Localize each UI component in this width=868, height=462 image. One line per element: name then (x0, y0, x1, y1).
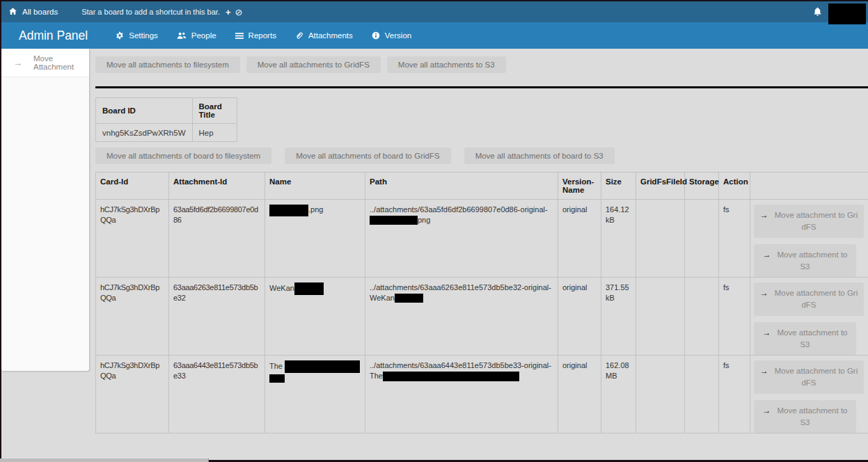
cell-card-id: hCJ7kSg3hDXrBpQQa (96, 200, 169, 278)
table-row: hCJ7kSg3hDXrBpQQa 63aa5fd6df2b6699807e0d… (96, 200, 868, 278)
move-all-to-s3-button[interactable]: Move all attachments to S3 (387, 56, 506, 73)
arrow-right-icon: → (763, 250, 771, 260)
cell-attachment-id: 63aaa6443e811e573db5be33 (169, 356, 265, 433)
menu-item-label: Version (385, 31, 411, 40)
cell-gridfsfileid (636, 356, 685, 433)
cell-action: fs (719, 200, 750, 278)
cell-version-name: original (558, 278, 601, 356)
path-line-2: WeKan (370, 293, 553, 303)
horizontal-scrollbar-thumb[interactable] (0, 459, 209, 462)
move-all-to-gridfs-button[interactable]: Move all attachments to GridFS (246, 56, 381, 73)
divider (95, 86, 868, 88)
move-icon[interactable]: + (226, 7, 231, 17)
path-line-1: ../attachments/63aaa6263e811e573db5be32-… (370, 282, 553, 293)
cell-name: The (265, 356, 365, 433)
menu-item-people[interactable]: People (177, 31, 216, 40)
column-header-size: Size (601, 173, 636, 200)
column-header-board-title: Board Title (192, 98, 237, 124)
redaction-box (269, 374, 285, 383)
home-icon (8, 7, 17, 17)
cell-attachment-id: 63aaa6263e811e573db5be32 (169, 278, 265, 356)
cell-name: .png (265, 200, 365, 278)
redaction-box (294, 282, 324, 295)
info-icon (372, 31, 380, 40)
all-boards-link[interactable]: All boards (8, 7, 58, 17)
board-table-header-row: Board ID Board Title (96, 98, 237, 124)
cell-action: fs (719, 356, 750, 433)
main-content: Move all attachments to filesystem Move … (95, 49, 868, 433)
attachments-table-body: hCJ7kSg3hDXrBpQQa 63aa5fd6df2b6699807e0d… (96, 200, 868, 433)
bell-icon[interactable] (812, 6, 823, 20)
sidebar-item-move-attachment[interactable]: → Move Attachment (1, 49, 89, 77)
arrow-right-icon: → (760, 288, 768, 298)
window-left-edge (0, 0, 1, 462)
menu-item-label: Settings (129, 31, 158, 40)
move-all-to-filesystem-button[interactable]: Move all attachments to filesystem (95, 56, 240, 73)
cell-attachment-id: 63aa5fd6df2b6699807e0d86 (169, 200, 265, 278)
attachments-table-header-row: Card-Id Attachment-Id Name Path Version-… (96, 173, 868, 200)
path-line-2: png (370, 215, 553, 225)
menu-item-label: Reports (248, 31, 276, 40)
column-header-buttons (750, 173, 868, 200)
menu-item-label: Attachments (308, 31, 353, 40)
cell-row-buttons: →Move attachment to GridFS→Move attachme… (750, 200, 868, 278)
board-title-value: Hep (192, 124, 237, 142)
menu-item-attachments[interactable]: Attachments (295, 31, 353, 40)
all-boards-label: All boards (22, 8, 58, 16)
menu-item-version[interactable]: Version (372, 31, 411, 40)
arrow-right-icon: → (760, 366, 768, 376)
arrow-right-icon: → (763, 406, 771, 415)
cell-path: ../attachments/63aa5fd6df2b6699807e0d86-… (365, 200, 558, 278)
menu-item-label: People (191, 31, 216, 40)
cell-size: 162.08 MB (601, 356, 636, 433)
move-board-to-gridfs-button[interactable]: Move all attachments of board to GridFS (285, 148, 450, 164)
column-header-version-name: Version-Name (558, 173, 601, 200)
cell-size: 164.12 kB (601, 200, 636, 278)
move-attachment-to-gridfs-button[interactable]: →Move attachment to GridFS (754, 205, 864, 238)
move-attachment-to-s3-button[interactable]: →Move attachment to S3 (754, 244, 856, 278)
move-attachment-to-gridfs-button[interactable]: →Move attachment to GridFS (754, 360, 864, 394)
cell-row-buttons: →Move attachment to GridFS→Move attachme… (750, 356, 868, 433)
global-toolbar: Move all attachments to filesystem Move … (95, 56, 868, 73)
top-bar: All boards Star a board to add a shortcu… (1, 1, 868, 22)
forbidden-icon[interactable]: ⊘ (235, 7, 242, 17)
topbar-icon-group: + ⊘ (226, 7, 243, 17)
move-attachment-to-s3-button[interactable]: →Move attachment to S3 (754, 400, 856, 433)
cell-name: WeKan (265, 278, 365, 356)
window-top-edge (0, 0, 868, 1)
redaction-box (285, 360, 360, 373)
table-row: hCJ7kSg3hDXrBpQQa 63aaa6443e811e573db5be… (96, 356, 868, 433)
move-board-to-filesystem-button[interactable]: Move all attachments of board to filesys… (95, 148, 271, 164)
cell-card-id: hCJ7kSg3hDXrBpQQa (96, 278, 169, 356)
shortcut-hint-text: Star a board to add a shortcut in this b… (81, 8, 220, 16)
column-header-storage: Storage (685, 173, 719, 200)
cell-gridfsfileid (636, 200, 685, 278)
cell-path: ../attachments/63aaa6443e811e573db5be33-… (365, 356, 558, 433)
menu-item-reports[interactable]: Reports (235, 31, 276, 40)
column-header-card-id: Card-Id (96, 173, 169, 200)
admin-panel-page: All boards Star a board to add a shortcu… (0, 0, 868, 462)
board-table: Board ID Board Title vnhg5KsZsdPwXRh5W H… (95, 97, 237, 142)
menu-item-settings[interactable]: Settings (116, 31, 158, 40)
cell-version-name: original (558, 200, 601, 278)
arrow-right-icon: → (763, 328, 771, 337)
path-line-1: ../attachments/63aa5fd6df2b6699807e0d86-… (370, 205, 553, 215)
reports-icon (235, 32, 244, 40)
move-board-to-s3-button[interactable]: Move all attachments of board to S3 (464, 148, 615, 164)
path-line-2: The (370, 371, 553, 381)
column-header-name: Name (265, 173, 365, 200)
arrow-right-icon: → (760, 210, 768, 220)
cell-card-id: hCJ7kSg3hDXrBpQQa (96, 356, 169, 433)
board-id-value: vnhg5KsZsdPwXRh5W (96, 124, 193, 142)
cell-version-name: original (558, 356, 601, 433)
redaction-box (370, 216, 418, 225)
cell-storage (685, 278, 719, 356)
column-header-board-id: Board ID (96, 98, 193, 124)
cell-gridfsfileid (636, 278, 685, 356)
admin-menu: Settings People Reports Attachments (116, 31, 411, 40)
move-attachment-to-gridfs-button[interactable]: →Move attachment to GridFS (754, 282, 864, 316)
page-title: Admin Panel (19, 29, 88, 43)
paperclip-icon (295, 31, 303, 40)
move-attachment-to-s3-button[interactable]: →Move attachment to S3 (754, 322, 856, 356)
column-header-path: Path (365, 173, 558, 200)
